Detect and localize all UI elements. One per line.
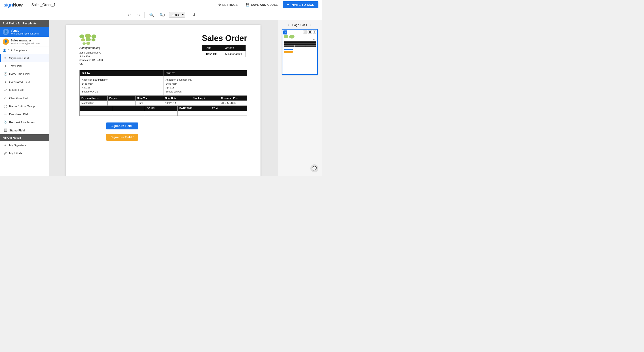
payment-col-1-header: Payment Met... bbox=[80, 96, 107, 101]
payment-r2-col-3-header: SO URL bbox=[145, 106, 177, 111]
bill-to-header: Bill To bbox=[80, 70, 163, 76]
field-item-radio[interactable]: ◯ Radio Button Group bbox=[0, 102, 49, 110]
ship-to-box: Ship To Anderson Boughton Inc. 1488 Main… bbox=[163, 70, 247, 96]
stamp-field-icon: 🔲 bbox=[3, 128, 8, 132]
zoom-out-button[interactable]: 🔍 bbox=[147, 12, 156, 18]
logo-sign: sign bbox=[4, 2, 13, 8]
document-title: Sales_Order_1 bbox=[32, 3, 214, 7]
thumbnail-actions: ⬜ ⬛ 🗑 bbox=[303, 31, 316, 34]
recipient-email-sales: jessica.moore@email.com bbox=[11, 42, 46, 45]
payment-r2-col-5: PO # bbox=[210, 106, 242, 116]
field-item-my-signature[interactable]: ✒ My Signature bbox=[0, 141, 49, 149]
payment-col-3-header: Ship Via bbox=[136, 96, 163, 101]
document: Honeycomb Mfg 2955 Campus Drive Suite 10… bbox=[66, 25, 260, 176]
payment-col-5-header: Tracking # bbox=[191, 96, 219, 101]
field-item-stamp[interactable]: 🔲 Stamp Field bbox=[0, 126, 49, 134]
settings-button[interactable]: ⚙ SETTINGS bbox=[214, 1, 242, 8]
sig-asterisk-2: * bbox=[132, 136, 134, 138]
field-item-attachment[interactable]: 📎 Request Attachment bbox=[0, 118, 49, 126]
payment-col-3-value: Truck bbox=[136, 101, 163, 105]
ship-to-content: Anderson Boughton Inc. 1488 Main Apt 113… bbox=[164, 76, 247, 95]
signature-field-icon: ✒ bbox=[3, 56, 8, 60]
page-thumbnail[interactable]: 1 ⬜ ⬛ 🗑 Sales Order bbox=[282, 29, 318, 75]
order-value: SLS00000101 bbox=[222, 51, 246, 57]
sidebar: Add Fields for Recipients 👤 Vendor john.… bbox=[0, 20, 49, 176]
payment-col-2: Project bbox=[108, 96, 136, 105]
text-field-icon: T bbox=[3, 64, 8, 68]
payment-col-2-value bbox=[108, 101, 135, 105]
field-item-dropdown[interactable]: ☰ Dropdown Field bbox=[0, 110, 49, 118]
payment-r2-col-1-header bbox=[80, 106, 112, 111]
thumb-copy-button[interactable]: ⬜ bbox=[303, 31, 308, 34]
header: signNow Sales_Order_1 ⚙ SETTINGS 💾 SAVE … bbox=[0, 0, 322, 10]
thumbnail-number: 1 bbox=[283, 31, 287, 35]
recipient-avatar-sales: 👤 bbox=[3, 39, 9, 45]
field-item-calculated[interactable]: ≡ Calculated Field bbox=[0, 78, 49, 86]
recipient-item-vendor[interactable]: 👤 Vendor john.ausburn@email.com bbox=[0, 27, 49, 37]
field-item-datetime[interactable]: 🕐 Date/Time Field bbox=[0, 70, 49, 78]
recipient-name-sales: Sales manager bbox=[11, 39, 46, 42]
payment-col-3: Ship Via Truck bbox=[136, 96, 164, 105]
field-item-text[interactable]: T Text Field bbox=[0, 62, 49, 70]
edit-recipients-button[interactable]: 👤 Edit Recipients bbox=[0, 47, 49, 54]
field-item-checkbox[interactable]: ✓ Checkbox Field bbox=[0, 94, 49, 102]
page-label: Page 1 of 1 bbox=[292, 23, 307, 27]
payment-r2-col-5-header: PO # bbox=[210, 106, 242, 111]
signature-field-orange[interactable]: Signature Field * bbox=[106, 134, 138, 141]
thumbnail-image: Sales Order bbox=[282, 30, 317, 74]
payment-r2-col-3-value bbox=[145, 111, 177, 116]
payment-col-2-header: Project bbox=[108, 96, 135, 101]
edit-recipients-icon: 👤 bbox=[3, 49, 6, 52]
toolbar-divider bbox=[144, 12, 145, 18]
next-page-button[interactable]: › bbox=[309, 22, 313, 27]
redo-button[interactable]: ↪ bbox=[135, 12, 142, 18]
order-header: Order # bbox=[222, 45, 246, 51]
payment-col-6-value: 206-555-1302 bbox=[219, 101, 247, 105]
payment-col-6-header: Customer Ph... bbox=[219, 96, 247, 101]
app-logo: signNow bbox=[4, 2, 22, 8]
header-actions: ⚙ SETTINGS 💾 SAVE AND CLOSE ✒ INVITE TO … bbox=[214, 1, 318, 8]
company-address: 2955 Campus Drive Suite 100 San Mateo CA… bbox=[80, 51, 103, 66]
payment-col-6: Customer Ph... 206-555-1302 bbox=[219, 96, 247, 105]
payment-section: Payment Met... MasterCard Project Ship V… bbox=[80, 96, 247, 116]
prev-page-button[interactable]: ‹ bbox=[287, 22, 290, 27]
zoom-in-button[interactable]: 🔍+ bbox=[158, 12, 168, 18]
undo-button[interactable]: ↩ bbox=[126, 12, 133, 18]
payment-header-row: Payment Met... MasterCard Project Ship V… bbox=[80, 96, 247, 105]
invite-to-sign-button[interactable]: ✒ INVITE TO SIGN bbox=[283, 1, 318, 8]
recipient-avatar-vendor: 👤 bbox=[3, 29, 9, 35]
chat-button[interactable]: 💬 bbox=[310, 164, 318, 172]
dropdown-field-icon: ☰ bbox=[3, 112, 8, 116]
recipient-info-vendor: Vendor john.ausburn@email.com bbox=[11, 29, 46, 35]
page-navigation: ‹ Page 1 of 1 › bbox=[287, 22, 313, 27]
thumb-insert-button[interactable]: ⬛ bbox=[308, 31, 312, 34]
payment-r2-col-1-value bbox=[80, 111, 112, 116]
payment-r2-col-2 bbox=[112, 106, 145, 116]
initials-field-icon: 🖋 bbox=[3, 88, 8, 92]
download-button[interactable]: ⬇ bbox=[192, 13, 196, 18]
signature-fields-container: Signature Field * Signature Field * bbox=[80, 120, 247, 147]
signature-field-blue[interactable]: Signature Field * bbox=[106, 122, 138, 129]
company-logo: Honeycomb Mfg 2955 Campus Drive Suite 10… bbox=[80, 34, 103, 66]
payment-col-5: Tracking # bbox=[191, 96, 219, 105]
payment-r2-col-3: SO URL bbox=[145, 106, 178, 116]
date-value: 10/6/2014 bbox=[202, 51, 221, 57]
field-item-signature[interactable]: ✒ Signature Field bbox=[0, 54, 49, 62]
payment-r2-col-4: DATE TIME ... bbox=[178, 106, 210, 116]
bill-ship-section: Bill To Anderson Boughton Inc. 1488 Main… bbox=[80, 70, 247, 96]
save-icon: 💾 bbox=[246, 3, 250, 7]
bill-to-box: Bill To Anderson Boughton Inc. 1488 Main… bbox=[80, 70, 164, 96]
logo-now: Now bbox=[13, 2, 22, 8]
payment-col-5-value bbox=[191, 101, 219, 105]
my-initials-icon: 🖋 bbox=[3, 151, 8, 155]
sig-asterisk-1: * bbox=[132, 125, 134, 127]
field-item-initials[interactable]: 🖋 Initials Field bbox=[0, 86, 49, 94]
recipient-item-sales-manager[interactable]: 👤 Sales manager jessica.moore@email.com bbox=[0, 37, 49, 47]
save-close-button[interactable]: 💾 SAVE AND CLOSE bbox=[242, 1, 282, 8]
field-item-my-initials[interactable]: 🖋 My Initials bbox=[0, 149, 49, 157]
thumb-delete-button[interactable]: 🗑 bbox=[312, 31, 316, 34]
recipient-name-vendor: Vendor bbox=[11, 29, 46, 32]
datetime-field-icon: 🕐 bbox=[3, 72, 8, 76]
zoom-select[interactable]: 50% 75% 100% 125% 150% bbox=[169, 12, 185, 18]
payment-col-4-header: Ship Date bbox=[163, 96, 191, 101]
